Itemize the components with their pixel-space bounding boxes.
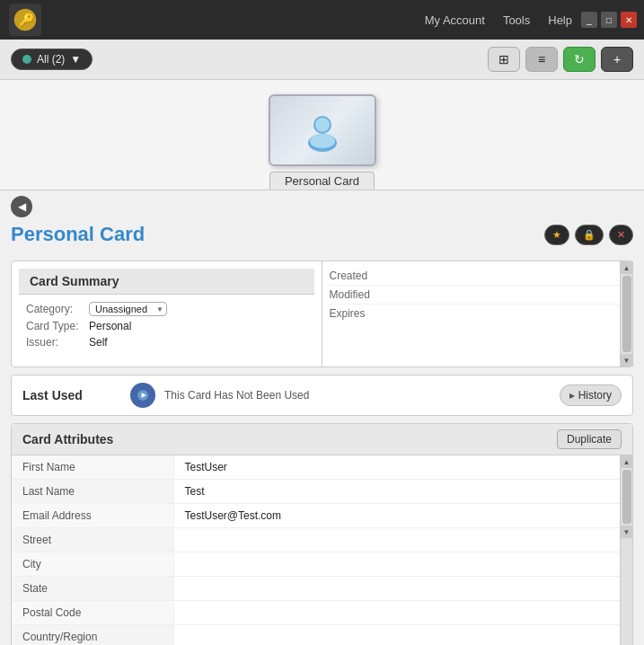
attr-label: Street bbox=[12, 528, 173, 552]
sync-button[interactable]: ↻ bbox=[563, 47, 595, 72]
last-used-section: Last Used This Card Has Not Been Used Hi… bbox=[11, 375, 633, 416]
table-row: Email AddressTestUser@Test.com bbox=[12, 504, 620, 528]
star-button[interactable]: ★ bbox=[544, 225, 569, 245]
summary-scrollbar[interactable]: ▲ ▼ bbox=[620, 261, 632, 367]
card-summary-header: Card Summary bbox=[19, 269, 314, 295]
back-button[interactable]: ◀ bbox=[11, 196, 32, 217]
titlebar: 🔑 My Account Tools Help _ □ ✕ bbox=[0, 0, 644, 40]
table-row: Postal Code bbox=[12, 601, 620, 625]
delete-button[interactable]: ✕ bbox=[609, 225, 633, 245]
summary-right: Created Modified Expires ▲ bbox=[322, 261, 633, 367]
attr-label: City bbox=[12, 552, 173, 577]
attr-label: State bbox=[12, 577, 173, 601]
grid-view-button[interactable]: ⊞ bbox=[488, 47, 520, 72]
category-field: Category: Unassigned bbox=[26, 302, 307, 316]
scrollbar-down-arrow[interactable]: ▼ bbox=[621, 354, 633, 367]
table-row: Country/Region bbox=[12, 625, 620, 646]
nav-help[interactable]: Help bbox=[548, 13, 572, 27]
add-button[interactable]: + bbox=[601, 47, 633, 72]
star-icon: ★ bbox=[552, 229, 561, 241]
date-created-label: Created bbox=[330, 269, 393, 282]
card-title-buttons: ★ 🔒 ✕ bbox=[544, 225, 633, 245]
card-image-area: Personal Card bbox=[0, 80, 644, 190]
card-title-row: Personal Card ★ 🔒 ✕ bbox=[0, 223, 644, 253]
attr-scrollbar-thumb bbox=[622, 470, 631, 524]
attr-value: Test bbox=[173, 480, 620, 504]
attr-label: Postal Code bbox=[12, 601, 173, 625]
list-view-button[interactable]: ≡ bbox=[525, 47, 558, 72]
svg-point-4 bbox=[315, 118, 330, 132]
date-modified-label: Modified bbox=[330, 288, 393, 301]
last-used-message: This Card Has Not Been Used bbox=[164, 389, 560, 402]
card-summary-section: Card Summary Category: Unassigned Card T bbox=[11, 261, 633, 367]
duplicate-button[interactable]: Duplicate bbox=[557, 429, 622, 449]
attr-scrollbar-up[interactable]: ▲ bbox=[621, 455, 633, 468]
category-dropdown[interactable]: All (2) ▼ bbox=[11, 49, 93, 70]
history-button[interactable]: History bbox=[560, 384, 622, 406]
category-dot bbox=[22, 55, 31, 64]
main-content: All (2) ▼ ⊞ ≡ ↻ + Personal Card ◀ bbox=[0, 40, 644, 645]
issuer-label: Issuer: bbox=[26, 336, 89, 349]
issuer-field: Issuer: Self bbox=[26, 336, 307, 349]
history-button-label: History bbox=[578, 389, 612, 402]
lock-icon: 🔒 bbox=[583, 229, 595, 241]
card-attributes-section: Card Attributes Duplicate First NameTest… bbox=[11, 423, 633, 645]
lock-button[interactable]: 🔒 bbox=[575, 225, 604, 245]
attr-value bbox=[173, 625, 620, 646]
attr-label: Last Name bbox=[12, 480, 173, 504]
card-title: Personal Card bbox=[11, 223, 145, 246]
category-select-wrap[interactable]: Unassigned bbox=[89, 302, 167, 316]
attr-value bbox=[173, 552, 620, 577]
date-expires-label: Expires bbox=[330, 307, 393, 320]
issuer-value: Self bbox=[89, 336, 108, 349]
attr-value: TestUser@Test.com bbox=[173, 504, 620, 528]
card-type-label: Card Type: bbox=[26, 320, 89, 332]
svg-text:🔑: 🔑 bbox=[19, 13, 35, 28]
summary-grid: Card Summary Category: Unassigned Card T bbox=[12, 261, 632, 367]
dropdown-chevron: ▼ bbox=[70, 53, 81, 66]
dates-grid: Created Modified Expires bbox=[322, 261, 633, 328]
category-select[interactable]: Unassigned bbox=[89, 302, 167, 316]
scrollbar-up-arrow[interactable]: ▲ bbox=[621, 261, 633, 274]
titlebar-nav: My Account Tools Help bbox=[425, 13, 572, 27]
close-button[interactable]: ✕ bbox=[621, 12, 637, 28]
card-attributes-title: Card Attributes bbox=[22, 432, 113, 446]
delete-icon: ✕ bbox=[617, 229, 625, 241]
card-type-value: Personal bbox=[89, 320, 131, 332]
nav-my-account[interactable]: My Account bbox=[425, 13, 485, 27]
attr-value: TestUser bbox=[173, 455, 620, 480]
svg-point-5 bbox=[310, 134, 335, 148]
table-row: Last NameTest bbox=[12, 480, 620, 504]
date-created: Created bbox=[330, 267, 626, 286]
attr-label: Email Address bbox=[12, 504, 173, 528]
back-row: ◀ bbox=[0, 190, 644, 223]
card-type-label: Personal Card bbox=[269, 172, 375, 190]
attr-value bbox=[173, 601, 620, 625]
nav-tools[interactable]: Tools bbox=[503, 13, 530, 27]
app-logo: 🔑 bbox=[9, 4, 41, 36]
date-expires: Expires bbox=[330, 305, 626, 322]
attr-label: Country/Region bbox=[12, 625, 173, 646]
last-used-icon bbox=[130, 383, 155, 408]
table-row: City bbox=[12, 552, 620, 577]
last-used-title: Last Used bbox=[22, 388, 130, 402]
attr-scrollbar[interactable]: ▲ ▼ bbox=[620, 455, 632, 645]
table-row: State bbox=[12, 577, 620, 601]
minimize-button[interactable]: _ bbox=[581, 12, 597, 28]
card-frame bbox=[269, 94, 376, 166]
attr-scrollbar-down[interactable]: ▼ bbox=[621, 526, 633, 538]
table-row: Street bbox=[12, 528, 620, 552]
attributes-table: First NameTestUserLast NameTestEmail Add… bbox=[12, 455, 620, 645]
attr-value bbox=[173, 577, 620, 601]
table-row: First NameTestUser bbox=[12, 455, 620, 480]
window-controls: _ □ ✕ bbox=[581, 12, 637, 28]
card-type-field: Card Type: Personal bbox=[26, 320, 307, 332]
category-field-label: Category: bbox=[26, 303, 89, 315]
summary-left: Card Summary Category: Unassigned Card T bbox=[12, 261, 322, 367]
scrollbar-thumb bbox=[622, 276, 631, 352]
card-attributes-header: Card Attributes Duplicate bbox=[12, 424, 632, 455]
maximize-button[interactable]: □ bbox=[601, 12, 617, 28]
date-modified: Modified bbox=[330, 286, 626, 305]
scroll-content[interactable]: ◀ Personal Card ★ 🔒 ✕ Card S bbox=[0, 190, 644, 645]
attr-label: First Name bbox=[12, 455, 173, 480]
